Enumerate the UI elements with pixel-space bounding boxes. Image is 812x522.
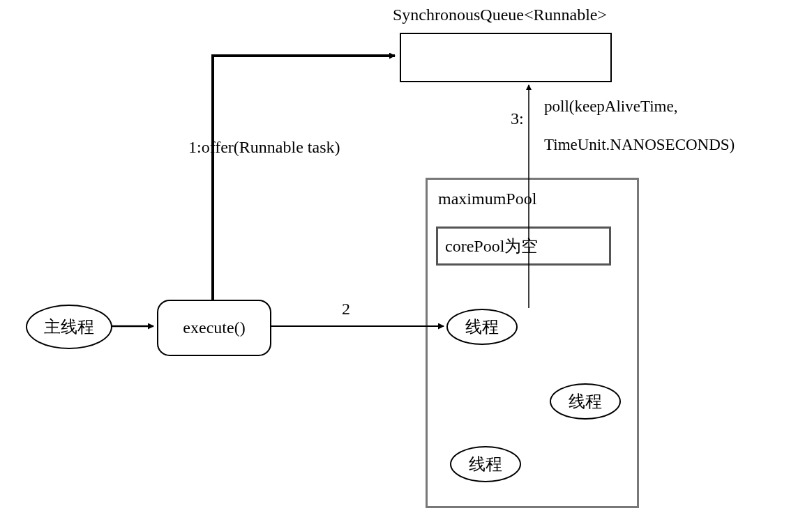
thread-label-3: 线程: [469, 453, 502, 475]
arrow-label-offer: 1:offer(Runnable task): [188, 138, 340, 157]
thread-node-1: 线程: [446, 309, 518, 345]
arrow-label-two: 2: [342, 300, 350, 318]
core-pool-box: corePool为空: [436, 227, 611, 266]
main-thread-node: 主线程: [26, 305, 112, 349]
maximum-pool-title: maximumPool: [438, 190, 536, 208]
thread-node-2: 线程: [550, 383, 621, 420]
execute-label: execute(): [183, 318, 245, 337]
core-pool-label: corePool为空: [445, 235, 538, 257]
arrow-label-poll-line1: poll(keepAliveTime,: [544, 98, 677, 116]
diagram-canvas: SynchronousQueue<Runnable> 主线程 execute()…: [0, 0, 812, 522]
arrow-execute-to-queue: [213, 56, 395, 300]
synchronous-queue-box: [400, 33, 612, 82]
execute-node: execute(): [157, 300, 271, 356]
thread-node-3: 线程: [450, 446, 521, 482]
thread-label-2: 线程: [569, 390, 602, 413]
arrow-label-poll-line2: TimeUnit.NANOSECONDS): [544, 136, 735, 154]
thread-label-1: 线程: [465, 316, 499, 338]
arrow-label-three: 3:: [511, 109, 524, 128]
main-thread-label: 主线程: [44, 316, 94, 338]
queue-title-label: SynchronousQueue<Runnable>: [393, 6, 607, 24]
